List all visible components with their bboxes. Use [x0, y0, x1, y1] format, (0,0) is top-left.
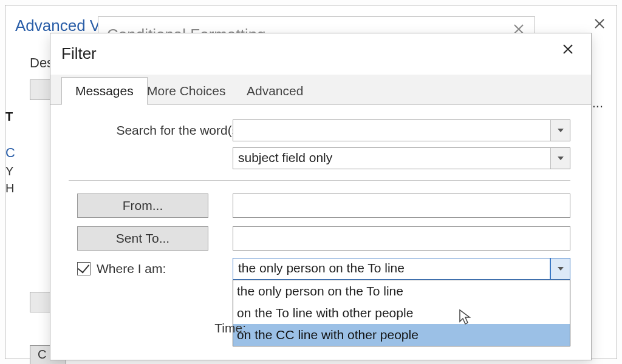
sent-to-button[interactable]: Sent To... [77, 226, 208, 251]
from-input[interactable] [233, 194, 570, 218]
in-value: subject field only [233, 148, 550, 169]
truncated-text: C [5, 145, 15, 161]
tab-more-choices[interactable]: More Choices [133, 77, 240, 105]
where-i-am-row: Where I am: [77, 261, 166, 276]
from-button[interactable]: From... [77, 194, 208, 218]
tab-label: More Choices [147, 84, 226, 98]
filter-dialog: Filter Messages More Choices Advanced Se… [50, 33, 592, 360]
chevron-down-icon [558, 267, 564, 271]
tab-strip: Messages More Choices Advanced [50, 75, 591, 105]
search-words-input[interactable] [233, 120, 550, 141]
dropdown-option[interactable]: on the To line with other people [233, 302, 570, 324]
where-i-am-dropdown: the only person on the To line on the To… [233, 280, 570, 346]
filter-dialog-title: Filter [61, 44, 97, 63]
tab-label: Advanced [247, 84, 303, 98]
columns-button-label: C [38, 348, 46, 361]
in-combo[interactable]: subject field only [233, 147, 570, 169]
truncated-text: T [5, 110, 13, 124]
dropdown-option[interactable]: the only person on the To line [233, 280, 570, 302]
messages-tab-panel: Search for the word(s): In: subject fiel… [50, 105, 591, 118]
sent-to-input[interactable] [233, 226, 570, 251]
where-i-am-label: Where I am: [97, 261, 166, 276]
dropdown-button[interactable] [550, 120, 570, 141]
divider [69, 180, 570, 181]
search-words-combo[interactable] [233, 120, 570, 141]
sent-to-button-label: Sent To... [116, 231, 169, 246]
search-words-label: Search for the word(s): [88, 123, 246, 138]
tab-advanced[interactable]: Advanced [233, 77, 317, 105]
close-icon[interactable] [558, 39, 578, 59]
dropdown-button[interactable] [550, 148, 570, 169]
time-label: Time: [88, 321, 246, 335]
truncated-text: H [5, 181, 14, 195]
dropdown-option[interactable]: on the CC line with other people [233, 324, 570, 346]
close-icon[interactable] [592, 16, 607, 31]
tab-label: Messages [75, 84, 134, 98]
chevron-down-icon [558, 157, 564, 160]
where-i-am-checkbox[interactable] [77, 262, 91, 275]
where-i-am-value: the only person on the To line [233, 258, 550, 279]
chevron-down-icon [558, 129, 564, 132]
dropdown-button[interactable] [550, 258, 570, 279]
in-label: In: [88, 151, 246, 166]
from-button-label: From... [123, 198, 163, 213]
where-i-am-combo[interactable]: the only person on the To line [233, 258, 570, 280]
truncated-text: Y [5, 164, 13, 178]
